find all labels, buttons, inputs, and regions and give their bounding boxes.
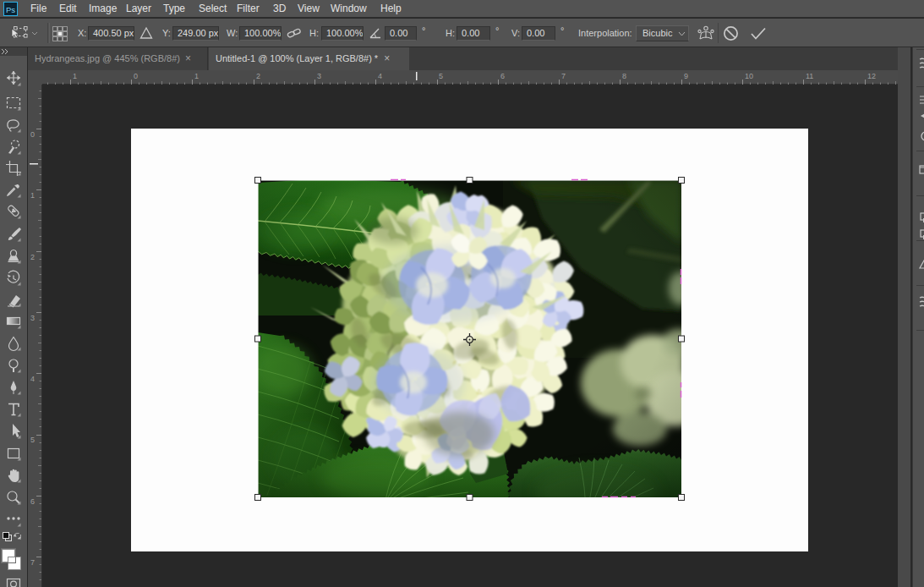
svg-text:2: 2 [30,253,35,261]
svg-text:3: 3 [317,72,321,80]
svg-text:10: 10 [745,72,753,80]
svg-text:1: 1 [194,72,199,80]
svg-text:5: 5 [439,72,443,80]
svg-text:8: 8 [622,72,626,80]
svg-text:7: 7 [561,72,566,80]
svg-text:6: 6 [30,497,35,506]
svg-text:2: 2 [256,72,260,80]
svg-text:Ps: Ps [6,5,15,14]
svg-text:1: 1 [30,191,35,200]
svg-text:4: 4 [378,72,382,80]
svg-text:7: 7 [30,558,35,567]
svg-text:11: 11 [806,72,813,80]
svg-text:0: 0 [30,130,35,139]
svg-text:4: 4 [30,375,35,383]
svg-text:3: 3 [30,314,35,322]
svg-text:1: 1 [73,72,77,80]
svg-text:6: 6 [500,72,505,80]
svg-text:5: 5 [30,436,35,444]
svg-text:12: 12 [867,72,876,80]
svg-text:9: 9 [684,72,688,80]
svg-text:0: 0 [134,72,138,80]
